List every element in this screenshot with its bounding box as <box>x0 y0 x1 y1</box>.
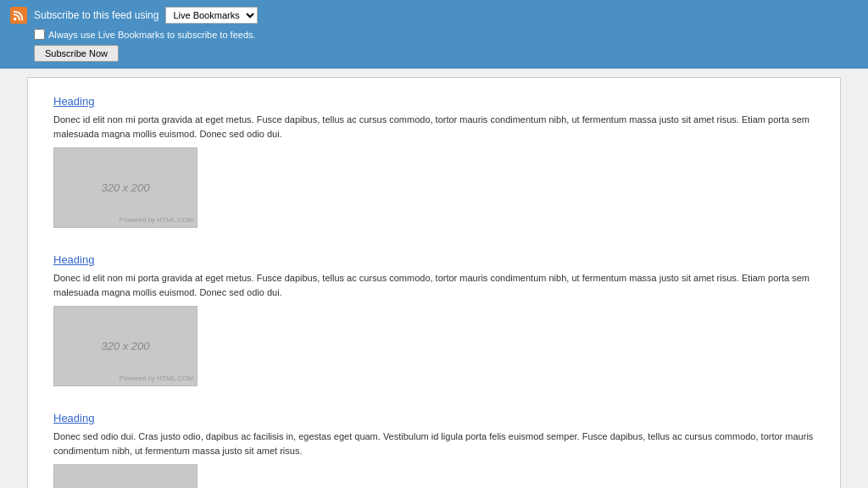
article-heading[interactable]: Heading <box>53 412 94 424</box>
always-use-label: Always use Live Bookmarks to subscribe t… <box>48 30 256 40</box>
article-heading[interactable]: Heading <box>53 95 94 108</box>
article-heading[interactable]: Heading <box>53 253 94 266</box>
feed-reader-dropdown[interactable]: Live Bookmarks <box>165 7 258 24</box>
article-item: Heading Donec sed odio dui. Cras justo o… <box>53 412 815 488</box>
subscribe-button-row: Subscribe Now <box>10 45 858 62</box>
subscribe-label: Subscribe to this feed using <box>34 9 159 21</box>
image-credit: Powered by HTML.COM <box>120 374 193 382</box>
article-image: 320 x 200 Powered by HTML.COM <box>53 306 198 386</box>
main-container: Heading Donec id elit non mi porta gravi… <box>0 69 868 488</box>
always-use-checkbox-row: Always use Live Bookmarks to subscribe t… <box>10 29 858 40</box>
subscribe-now-button[interactable]: Subscribe Now <box>34 45 119 62</box>
article-text: Donec id elit non mi porta gravida at eg… <box>53 113 815 141</box>
article-item: Heading Donec id elit non mi porta gravi… <box>53 253 815 395</box>
article-image: 320 x 200 Powered by HTML.COM <box>53 147 198 228</box>
image-size-label: 320 x 200 <box>101 340 149 352</box>
rss-top-row: Subscribe to this feed using Live Bookma… <box>10 7 858 24</box>
article-item: Heading Donec id elit non mi porta gravi… <box>53 95 815 236</box>
article-text: Donec sed odio dui. Cras justo odio, dap… <box>53 430 815 458</box>
content-box: Heading Donec id elit non mi porta gravi… <box>27 77 841 488</box>
image-credit: Powered by HTML.COM <box>120 216 193 224</box>
rss-subscription-bar: Subscribe to this feed using Live Bookma… <box>0 0 868 69</box>
image-size-label: 320 x 200 <box>101 181 149 194</box>
svg-point-0 <box>14 18 17 21</box>
rss-icon <box>10 7 27 24</box>
article-image: 320 x 200 Powered by HTML.COM <box>53 464 198 488</box>
article-text: Donec id elit non mi porta gravida at eg… <box>53 271 815 299</box>
always-use-checkbox[interactable] <box>34 29 45 40</box>
